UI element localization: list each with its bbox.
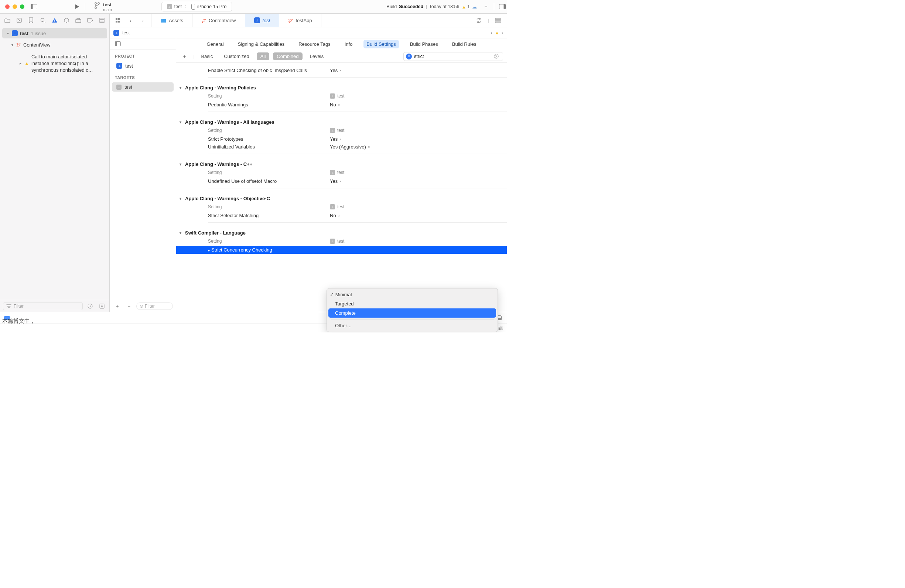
editor-tab-assets[interactable]: Assets bbox=[151, 14, 192, 27]
filter-scope-icon[interactable]: ≡ bbox=[406, 54, 412, 59]
add-setting-button[interactable]: ＋ bbox=[180, 52, 189, 61]
add-target-button[interactable]: ＋ bbox=[113, 302, 122, 311]
disclosure-open-icon[interactable]: ▾ bbox=[10, 43, 14, 47]
mode-levels[interactable]: Levels bbox=[306, 52, 328, 60]
mode-basic[interactable]: Basic bbox=[197, 52, 216, 60]
run-button[interactable] bbox=[72, 2, 81, 11]
toggle-left-panel-icon[interactable] bbox=[30, 2, 38, 11]
path-back-icon[interactable]: ‹ bbox=[491, 30, 492, 35]
project-nav-icon[interactable] bbox=[5, 16, 10, 25]
disclosure-closed-icon[interactable]: ▸ bbox=[19, 61, 22, 66]
debug-nav-icon[interactable] bbox=[75, 16, 81, 25]
setting-value[interactable]: No⌄⌃ bbox=[330, 102, 341, 108]
toggle-target-panel-icon[interactable] bbox=[113, 40, 122, 48]
group-header[interactable]: ▾Swift Compiler - Language bbox=[176, 229, 507, 237]
tests-nav-icon[interactable] bbox=[64, 16, 70, 25]
source-control-nav-icon[interactable] bbox=[16, 16, 22, 25]
setting-value[interactable]: Yes⌄⌃ bbox=[330, 178, 342, 184]
group-header[interactable]: ▾Apple Clang - Warnings - C++ bbox=[176, 160, 507, 168]
mode-all[interactable]: All bbox=[257, 52, 269, 60]
zoom-window-button[interactable] bbox=[20, 5, 24, 9]
find-nav-icon[interactable] bbox=[40, 16, 46, 25]
nav-warning-row[interactable]: ▸ ▲ Call to main actor-isolated instance… bbox=[2, 51, 107, 76]
dropdown-item-minimal[interactable]: Minimal bbox=[329, 290, 496, 299]
setting-value[interactable]: Yes⌄⌃ bbox=[330, 68, 342, 73]
nav-project-row[interactable]: ▾ ⟂ test 1 issue bbox=[2, 28, 107, 38]
remove-target-button[interactable]: － bbox=[124, 302, 133, 311]
navigator-filter-input[interactable]: Filter bbox=[3, 302, 83, 310]
editor-tab-contentview[interactable]: 🕊 ContentView bbox=[192, 14, 245, 27]
setting-value[interactable]: No⌄⌃ bbox=[330, 213, 341, 218]
toggle-right-panel-icon[interactable] bbox=[498, 2, 507, 11]
run-destination-selector[interactable]: ⟂ test 〉 iPhone 15 Pro bbox=[162, 2, 232, 11]
tab-resource-tags[interactable]: Resource Tags bbox=[295, 40, 333, 48]
app-icon: ⟂ bbox=[330, 204, 335, 209]
close-window-button[interactable] bbox=[5, 5, 10, 9]
scope-filter-icon[interactable] bbox=[97, 302, 106, 311]
warning-icon[interactable]: ▲ bbox=[495, 30, 499, 35]
setting-row[interactable]: Uninitialized Variables Yes (Aggressive)… bbox=[176, 143, 507, 151]
setting-row-selected[interactable]: ▸Strict Concurrency Checking bbox=[176, 246, 507, 254]
recent-filter-icon[interactable] bbox=[86, 302, 95, 311]
destination-name: iPhone 15 Pro bbox=[197, 4, 226, 9]
cloud-icon[interactable]: ☁ bbox=[472, 4, 477, 10]
source-control-branch[interactable]: test main bbox=[89, 1, 117, 13]
path-item[interactable]: test bbox=[122, 30, 130, 35]
settings-scroll[interactable]: Enable Strict Checking of objc_msgSend C… bbox=[176, 63, 507, 312]
tab-info[interactable]: Info bbox=[342, 40, 356, 48]
settings-search-input[interactable] bbox=[414, 54, 489, 59]
branch-sub: main bbox=[103, 7, 112, 12]
minimize-window-button[interactable] bbox=[13, 5, 17, 9]
nav-file-name: ContentView bbox=[23, 42, 50, 48]
target-filter-input[interactable]: ⊜ Filter bbox=[136, 303, 173, 310]
tab-signing[interactable]: Signing & Capabilities bbox=[235, 40, 287, 48]
setting-value[interactable]: Yes⌄⌃ bbox=[330, 136, 342, 142]
dropdown-item-targeted[interactable]: Targeted bbox=[329, 299, 496, 308]
column-setting: Setting bbox=[208, 170, 330, 175]
tab-build-rules[interactable]: Build Rules bbox=[449, 40, 479, 48]
editor-options-icon[interactable] bbox=[494, 16, 502, 25]
group-header[interactable]: ▾Apple Clang - Warning Policies bbox=[176, 84, 507, 92]
reports-nav-icon[interactable] bbox=[99, 16, 105, 25]
tab-build-phases[interactable]: Build Phases bbox=[407, 40, 441, 48]
add-editor-button[interactable]: ＋ bbox=[481, 2, 490, 11]
swift-icon: 🕊 bbox=[288, 18, 293, 23]
dropdown-item-other[interactable]: Other… bbox=[329, 321, 496, 330]
nav-back-icon[interactable]: ‹ bbox=[126, 16, 135, 25]
related-items-icon[interactable] bbox=[113, 16, 122, 25]
clear-search-icon[interactable]: ⓧ bbox=[492, 52, 500, 61]
tab-build-settings[interactable]: Build Settings bbox=[364, 40, 399, 48]
mode-customized[interactable]: Customized bbox=[220, 52, 253, 60]
settings-search[interactable]: ≡ ⓧ bbox=[403, 52, 503, 61]
app-icon: ⟂ bbox=[254, 17, 260, 23]
nav-file-row[interactable]: ▾ 🕊 ContentView bbox=[2, 40, 107, 50]
setting-row[interactable]: Undefined Use of offsetof Macro Yes⌄⌃ bbox=[176, 177, 507, 185]
nav-forward-icon[interactable]: › bbox=[138, 16, 148, 25]
breakpoints-nav-icon[interactable] bbox=[87, 16, 93, 25]
issues-nav-icon[interactable] bbox=[52, 16, 58, 25]
bookmark-nav-icon[interactable] bbox=[28, 16, 34, 25]
editor-tab-testapp[interactable]: 🕊 testApp bbox=[279, 14, 321, 27]
build-time: Today at 18:56 bbox=[429, 4, 459, 9]
setting-row[interactable]: Enable Strict Checking of objc_msgSend C… bbox=[176, 67, 507, 74]
group-header[interactable]: ▾Apple Clang - Warnings - Objective-C bbox=[176, 194, 507, 203]
navigator-tabs bbox=[0, 14, 110, 27]
setting-row[interactable]: Strict Prototypes Yes⌄⌃ bbox=[176, 135, 507, 143]
editor-tab-test[interactable]: ⟂ test bbox=[245, 14, 279, 27]
setting-row[interactable]: Strict Selector Matching No⌄⌃ bbox=[176, 212, 507, 219]
chevron-right-icon: 〉 bbox=[185, 4, 188, 9]
path-forward-icon[interactable]: › bbox=[502, 30, 503, 35]
tab-general[interactable]: General bbox=[203, 40, 226, 48]
refresh-icon[interactable] bbox=[475, 16, 484, 25]
disclosure-open-icon[interactable]: ▾ bbox=[6, 32, 10, 35]
group-header[interactable]: ▾Apple Clang - Warnings - All languages bbox=[176, 118, 507, 126]
setting-value[interactable]: Yes (Aggressive)⌄⌃ bbox=[330, 144, 370, 150]
warning-count[interactable]: ▲ 1 bbox=[461, 4, 470, 10]
setting-row[interactable]: Pedantic Warnings No⌄⌃ bbox=[176, 101, 507, 109]
dropdown-item-complete[interactable]: Complete bbox=[329, 308, 496, 318]
mode-combined[interactable]: Combined bbox=[273, 52, 302, 60]
tab-label: Assets bbox=[169, 18, 183, 23]
target-item[interactable]: ⟂ test bbox=[112, 82, 174, 92]
value-dropdown: Minimal Targeted Complete Other… bbox=[327, 288, 498, 332]
project-item[interactable]: ⟂ test bbox=[112, 61, 174, 71]
